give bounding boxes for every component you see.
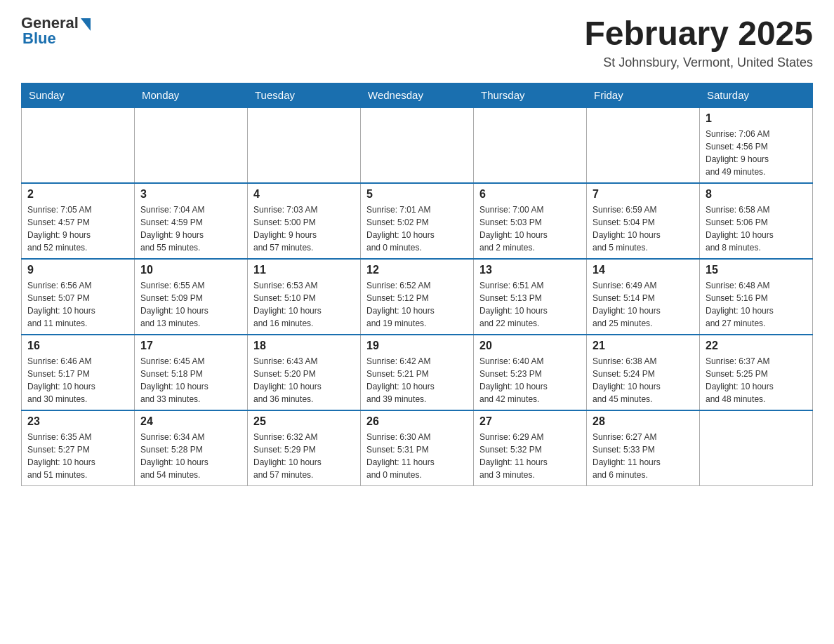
- day-info: Sunrise: 7:04 AM Sunset: 4:59 PM Dayligh…: [140, 203, 241, 254]
- day-of-week-header: Wednesday: [361, 83, 474, 108]
- day-info: Sunrise: 7:00 AM Sunset: 5:03 PM Dayligh…: [479, 203, 581, 254]
- calendar-day-cell: 17Sunrise: 6:45 AM Sunset: 5:18 PM Dayli…: [135, 335, 248, 410]
- day-number: 8: [706, 188, 807, 201]
- month-title: February 2025: [584, 14, 813, 53]
- calendar-day-cell: 24Sunrise: 6:34 AM Sunset: 5:28 PM Dayli…: [135, 410, 248, 486]
- calendar-day-cell: 6Sunrise: 7:00 AM Sunset: 5:03 PM Daylig…: [474, 183, 587, 259]
- day-info: Sunrise: 6:27 AM Sunset: 5:33 PM Dayligh…: [593, 431, 694, 481]
- calendar-day-cell: 26Sunrise: 6:30 AM Sunset: 5:31 PM Dayli…: [361, 410, 474, 486]
- calendar-day-cell: [135, 107, 248, 183]
- day-info: Sunrise: 6:32 AM Sunset: 5:29 PM Dayligh…: [253, 431, 355, 481]
- day-number: 11: [253, 264, 355, 276]
- day-number: 10: [140, 264, 241, 276]
- day-info: Sunrise: 6:29 AM Sunset: 5:32 PM Dayligh…: [479, 431, 581, 481]
- day-info: Sunrise: 6:48 AM Sunset: 5:16 PM Dayligh…: [706, 279, 807, 330]
- calendar-day-cell: 28Sunrise: 6:27 AM Sunset: 5:33 PM Dayli…: [587, 410, 700, 486]
- day-number: 12: [366, 264, 468, 276]
- calendar-day-cell: 9Sunrise: 6:56 AM Sunset: 5:07 PM Daylig…: [22, 259, 135, 335]
- day-number: 25: [253, 415, 355, 428]
- logo-arrow-icon: [81, 18, 91, 31]
- title-block: February 2025 St Johnsbury, Vermont, Uni…: [584, 14, 813, 70]
- day-of-week-header: Friday: [587, 83, 700, 108]
- day-of-week-header: Tuesday: [248, 83, 361, 108]
- day-info: Sunrise: 6:53 AM Sunset: 5:10 PM Dayligh…: [253, 279, 355, 330]
- day-info: Sunrise: 6:35 AM Sunset: 5:27 PM Dayligh…: [27, 431, 128, 481]
- logo: General Blue: [21, 14, 91, 48]
- calendar-table: SundayMondayTuesdayWednesdayThursdayFrid…: [21, 83, 813, 486]
- day-number: 7: [593, 188, 694, 201]
- day-number: 19: [366, 340, 468, 352]
- day-info: Sunrise: 7:03 AM Sunset: 5:00 PM Dayligh…: [253, 203, 355, 254]
- day-info: Sunrise: 6:55 AM Sunset: 5:09 PM Dayligh…: [140, 279, 241, 330]
- calendar-day-cell: 14Sunrise: 6:49 AM Sunset: 5:14 PM Dayli…: [587, 259, 700, 335]
- day-number: 3: [140, 188, 241, 201]
- calendar-day-cell: [474, 107, 587, 183]
- day-number: 13: [479, 264, 581, 276]
- day-number: 16: [27, 340, 128, 352]
- day-info: Sunrise: 6:58 AM Sunset: 5:06 PM Dayligh…: [706, 203, 807, 254]
- calendar-header-row: SundayMondayTuesdayWednesdayThursdayFrid…: [22, 83, 813, 108]
- day-number: 5: [366, 188, 468, 201]
- day-number: 22: [706, 340, 807, 352]
- calendar-day-cell: [587, 107, 700, 183]
- calendar-day-cell: 15Sunrise: 6:48 AM Sunset: 5:16 PM Dayli…: [700, 259, 813, 335]
- calendar-day-cell: 27Sunrise: 6:29 AM Sunset: 5:32 PM Dayli…: [474, 410, 587, 486]
- day-number: 4: [253, 188, 355, 201]
- day-number: 2: [27, 188, 128, 201]
- calendar-day-cell: 18Sunrise: 6:43 AM Sunset: 5:20 PM Dayli…: [248, 335, 361, 410]
- day-number: 9: [27, 264, 128, 276]
- calendar-day-cell: 19Sunrise: 6:42 AM Sunset: 5:21 PM Dayli…: [361, 335, 474, 410]
- day-info: Sunrise: 6:40 AM Sunset: 5:23 PM Dayligh…: [479, 355, 581, 405]
- day-number: 23: [27, 415, 128, 428]
- day-number: 24: [140, 415, 241, 428]
- calendar-day-cell: 22Sunrise: 6:37 AM Sunset: 5:25 PM Dayli…: [700, 335, 813, 410]
- day-number: 17: [140, 340, 241, 352]
- calendar-day-cell: 4Sunrise: 7:03 AM Sunset: 5:00 PM Daylig…: [248, 183, 361, 259]
- calendar-day-cell: 20Sunrise: 6:40 AM Sunset: 5:23 PM Dayli…: [474, 335, 587, 410]
- day-info: Sunrise: 6:43 AM Sunset: 5:20 PM Dayligh…: [253, 355, 355, 405]
- day-of-week-header: Sunday: [22, 83, 135, 108]
- day-info: Sunrise: 6:52 AM Sunset: 5:12 PM Dayligh…: [366, 279, 468, 330]
- calendar-day-cell: 11Sunrise: 6:53 AM Sunset: 5:10 PM Dayli…: [248, 259, 361, 335]
- day-number: 14: [593, 264, 694, 276]
- calendar-week-row: 9Sunrise: 6:56 AM Sunset: 5:07 PM Daylig…: [22, 259, 813, 335]
- day-number: 26: [366, 415, 468, 428]
- day-number: 21: [593, 340, 694, 352]
- calendar-week-row: 23Sunrise: 6:35 AM Sunset: 5:27 PM Dayli…: [22, 410, 813, 486]
- day-of-week-header: Thursday: [474, 83, 587, 108]
- calendar-day-cell: 3Sunrise: 7:04 AM Sunset: 4:59 PM Daylig…: [135, 183, 248, 259]
- calendar-day-cell: 8Sunrise: 6:58 AM Sunset: 5:06 PM Daylig…: [700, 183, 813, 259]
- day-info: Sunrise: 6:46 AM Sunset: 5:17 PM Dayligh…: [27, 355, 128, 405]
- calendar-day-cell: 12Sunrise: 6:52 AM Sunset: 5:12 PM Dayli…: [361, 259, 474, 335]
- page-header: General Blue February 2025 St Johnsbury,…: [21, 14, 813, 70]
- day-of-week-header: Monday: [135, 83, 248, 108]
- day-number: 1: [706, 112, 807, 125]
- day-info: Sunrise: 6:34 AM Sunset: 5:28 PM Dayligh…: [140, 431, 241, 481]
- day-number: 28: [593, 415, 694, 428]
- day-info: Sunrise: 7:05 AM Sunset: 4:57 PM Dayligh…: [27, 203, 128, 254]
- calendar-day-cell: 21Sunrise: 6:38 AM Sunset: 5:24 PM Dayli…: [587, 335, 700, 410]
- calendar-day-cell: 10Sunrise: 6:55 AM Sunset: 5:09 PM Dayli…: [135, 259, 248, 335]
- day-number: 27: [479, 415, 581, 428]
- calendar-day-cell: 23Sunrise: 6:35 AM Sunset: 5:27 PM Dayli…: [22, 410, 135, 486]
- day-of-week-header: Saturday: [700, 83, 813, 108]
- calendar-week-row: 2Sunrise: 7:05 AM Sunset: 4:57 PM Daylig…: [22, 183, 813, 259]
- day-info: Sunrise: 6:45 AM Sunset: 5:18 PM Dayligh…: [140, 355, 241, 405]
- calendar-day-cell: [248, 107, 361, 183]
- location-subtitle: St Johnsbury, Vermont, United States: [584, 55, 813, 70]
- logo-blue-text: Blue: [22, 29, 56, 48]
- calendar-day-cell: 13Sunrise: 6:51 AM Sunset: 5:13 PM Dayli…: [474, 259, 587, 335]
- calendar-day-cell: [361, 107, 474, 183]
- day-info: Sunrise: 6:37 AM Sunset: 5:25 PM Dayligh…: [706, 355, 807, 405]
- day-info: Sunrise: 6:56 AM Sunset: 5:07 PM Dayligh…: [27, 279, 128, 330]
- calendar-day-cell: 16Sunrise: 6:46 AM Sunset: 5:17 PM Dayli…: [22, 335, 135, 410]
- calendar-day-cell: 5Sunrise: 7:01 AM Sunset: 5:02 PM Daylig…: [361, 183, 474, 259]
- day-number: 6: [479, 188, 581, 201]
- calendar-week-row: 1Sunrise: 7:06 AM Sunset: 4:56 PM Daylig…: [22, 107, 813, 183]
- calendar-day-cell: 7Sunrise: 6:59 AM Sunset: 5:04 PM Daylig…: [587, 183, 700, 259]
- day-number: 18: [253, 340, 355, 352]
- calendar-day-cell: 1Sunrise: 7:06 AM Sunset: 4:56 PM Daylig…: [700, 107, 813, 183]
- calendar-day-cell: 2Sunrise: 7:05 AM Sunset: 4:57 PM Daylig…: [22, 183, 135, 259]
- day-number: 20: [479, 340, 581, 352]
- day-info: Sunrise: 6:30 AM Sunset: 5:31 PM Dayligh…: [366, 431, 468, 481]
